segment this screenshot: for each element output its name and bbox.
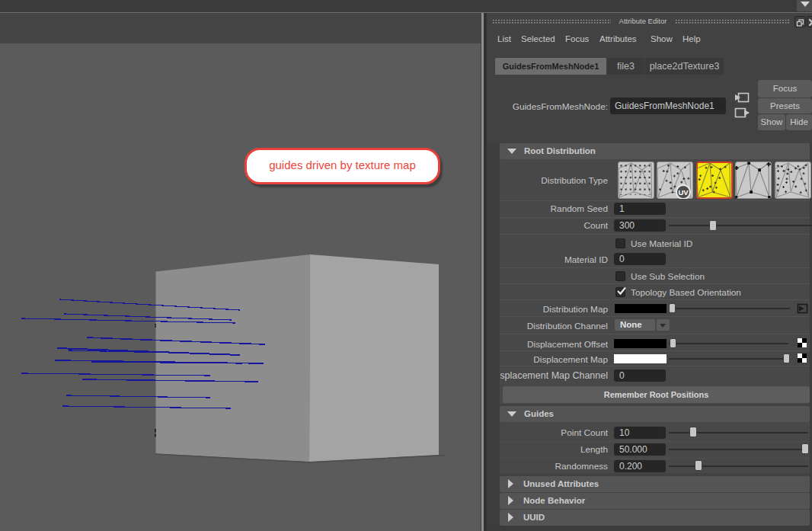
svg-text:UV: UV [678, 188, 689, 197]
